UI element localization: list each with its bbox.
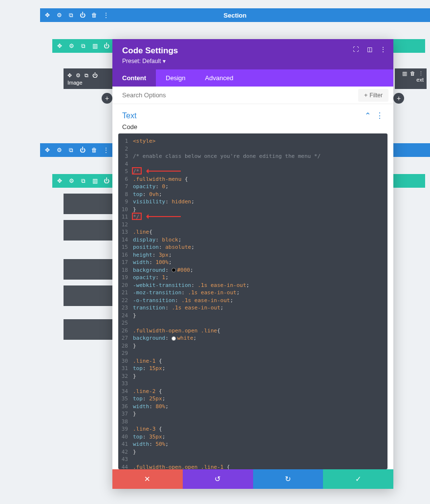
power-icon[interactable]: ⏻ [92,72,98,79]
columns-icon[interactable]: ▥ [402,70,407,77]
move-icon[interactable]: ✥ [44,147,51,153]
more-icon[interactable]: ⋮ [103,12,109,19]
more-icon[interactable]: ⋮ [380,46,387,53]
trash-icon[interactable]: 🗑 [91,147,98,153]
redo-icon: ↻ [285,475,291,483]
more-icon[interactable]: ⋮ [418,70,424,77]
search-row: +Filter [112,87,393,104]
tab-design[interactable]: Design [156,69,195,87]
tab-advanced[interactable]: Advanced [195,69,243,87]
gear-icon[interactable]: ⚙ [68,177,75,184]
placeholder-block [64,259,112,280]
module-label: ext [416,77,424,83]
move-icon[interactable]: ✥ [56,177,63,184]
placeholder-block [64,285,112,306]
collapse-icon[interactable]: ⌃ [365,111,371,120]
more-icon[interactable]: ⋮ [103,147,109,153]
section-label: Section [224,12,247,19]
duplicate-icon[interactable]: ⧉ [85,72,88,79]
gear-icon[interactable]: ⚙ [76,72,81,79]
columns-icon[interactable]: ▥ [91,43,98,49]
gear-icon[interactable]: ⚙ [68,43,75,49]
code-settings-modal: Code Settings Preset: Default ▾ ⛶ ◫ ⋮ Co… [112,39,393,489]
gear-icon[interactable]: ⚙ [56,147,63,153]
expand-icon[interactable]: ⛶ [352,46,359,53]
search-input[interactable] [112,87,358,104]
more-icon[interactable]: ⋮ [376,111,384,120]
duplicate-icon[interactable]: ⧉ [67,12,74,19]
check-icon: ✓ [355,475,362,483]
trash-icon[interactable]: 🗑 [91,12,98,19]
undo-icon: ↺ [215,475,221,483]
move-icon[interactable]: ✥ [56,43,63,49]
modal-title: Code Settings [122,46,384,56]
move-icon[interactable]: ✥ [44,12,51,19]
power-icon[interactable]: ⏻ [79,12,86,19]
code-label: Code [112,123,393,133]
duplicate-icon[interactable]: ⧉ [80,43,86,49]
section-title-text: Text [122,111,136,120]
chevron-down-icon: ▾ [163,58,166,65]
modal-footer: ✕ ↺ ↻ ✓ [112,469,393,489]
duplicate-icon[interactable]: ⧉ [67,147,74,153]
save-button[interactable]: ✓ [323,469,393,489]
module-right[interactable]: ▥ 🗑 ⋮ ext [395,68,427,89]
redo-button[interactable]: ↻ [253,469,323,489]
placeholder-block [64,194,112,214]
duplicate-icon[interactable]: ⧉ [80,177,86,184]
section-toolbar: ✥ ⚙ ⧉ ⏻ 🗑 ⋮ Section [40,8,430,22]
gear-icon[interactable]: ⚙ [56,12,63,19]
columns-icon[interactable]: ▥ [91,177,98,184]
add-module-button[interactable]: + [102,93,112,104]
power-icon[interactable]: ⏻ [103,43,110,49]
tab-content[interactable]: Content [112,69,156,87]
modal-header: Code Settings Preset: Default ▾ ⛶ ◫ ⋮ [112,39,393,69]
code-editor[interactable]: 1234567891011121314151617181920212223242… [118,133,387,469]
add-module-button[interactable]: + [393,93,404,104]
preset-dropdown[interactable]: Preset: Default ▾ [122,58,384,65]
plus-icon: + [364,92,367,99]
placeholder-block [64,319,112,340]
filter-button[interactable]: +Filter [358,89,388,102]
tabs: Content Design Advanced [112,69,393,87]
placeholder-block [64,220,112,241]
panel-icon[interactable]: ◫ [366,46,373,53]
power-icon[interactable]: ⏻ [79,147,86,153]
cancel-button[interactable]: ✕ [112,469,183,489]
trash-icon[interactable]: 🗑 [410,70,415,77]
move-icon[interactable]: ✥ [67,72,72,79]
close-icon: ✕ [144,475,150,483]
undo-button[interactable]: ↺ [183,469,253,489]
power-icon[interactable]: ⏻ [103,177,110,184]
